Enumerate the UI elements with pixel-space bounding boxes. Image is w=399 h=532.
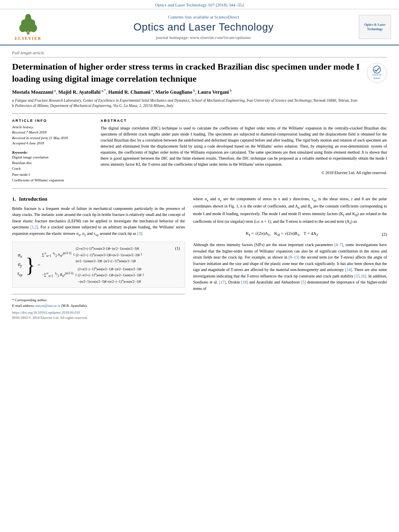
svg-point-8 <box>27 31 29 32</box>
keyword-1: Digital image correlation <box>12 154 93 160</box>
doi-line: https://doi.org/10.1016/j.optlastec.2018… <box>12 310 185 314</box>
right-col-intro: where σx and σy are the components of st… <box>193 196 387 226</box>
keywords-section: Keywords: Digital image correlation Braz… <box>12 150 93 183</box>
info-abstract-section: ARTICLE INFO Article history: Received 7… <box>12 119 387 183</box>
corresponding-note: * Corresponding author. <box>12 298 185 303</box>
eq1-number: (1) <box>175 245 180 252</box>
eq2-content: KI = √(2π)A1, KII = √(2π)B1, T = 4A2 <box>193 231 371 237</box>
left-col: 1. Introduction Brittle fracture is a fr… <box>12 196 185 320</box>
received-date: Received 7 March 2018 <box>12 130 93 136</box>
right-col-para2: Although the stress intensity factors (S… <box>193 242 387 292</box>
journal-title-section: Contents lists available at ScienceDirec… <box>48 14 359 40</box>
article-body: Full length article Determination of hig… <box>0 45 399 320</box>
history-title: Article history: <box>12 125 93 129</box>
right-col: where σx and σy are the components of st… <box>193 196 387 320</box>
affiliations: a Fatigue and Fracture Research Laborato… <box>12 98 387 109</box>
svg-point-7 <box>25 14 31 21</box>
equation-1: (1) σx σy τxy } = <box>12 242 185 288</box>
keyword-5: Coefficients of Williams' expansion <box>12 177 93 183</box>
sciencedirect-link[interactable]: ScienceDirect <box>214 14 239 19</box>
journal-top-bar: Optics and Laser Technology 107 (2018) 3… <box>0 0 399 9</box>
and-word: and <box>249 280 255 284</box>
copyright-line: © 2018 Elsevier Ltd. All rights reserved… <box>101 170 387 175</box>
elsevier-tree-icon <box>16 13 40 35</box>
abstract-label: ABSTRACT <box>101 119 387 123</box>
footnotes-section: * Corresponding author. E-mail address: … <box>12 294 185 320</box>
journal-homepage: journal homepage: www.elsevier.com/locat… <box>48 35 359 40</box>
email-note: E-mail address: mayat@iust.ac.ir (M.R. A… <box>12 303 185 309</box>
keyword-4: Pure mode I <box>12 172 93 177</box>
article-info-label: ARTICLE INFO <box>12 119 93 123</box>
eq2-number: (2) <box>371 232 387 236</box>
logo-right-text: Optics & Laser Technology <box>359 23 391 31</box>
divider-1 <box>12 113 387 114</box>
journal-citation: Optics and Laser Technology 107 (2018) 3… <box>155 2 244 7</box>
elsevier-logo: ELSEVIER <box>15 13 42 41</box>
contents-line: Contents lists available at ScienceDirec… <box>48 14 359 19</box>
svg-point-5 <box>21 19 27 27</box>
email-link[interactable]: mayat@iust.ac.ir <box>35 304 60 308</box>
authors-line: Mostafa Moazzami a, Majid R. Ayatollahi … <box>12 88 387 95</box>
keyword-2: Brazilian disc <box>12 160 93 166</box>
journal-header: ELSEVIER Contents lists available at Sci… <box>0 9 399 45</box>
affiliation-a: a Fatigue and Fracture Research Laborato… <box>12 98 387 103</box>
journal-title: Optics and Laser Technology <box>48 21 359 33</box>
equation-2: KI = √(2π)A1, KII = √(2π)B1, T = 4A2 (2) <box>193 231 387 237</box>
check-updates-badge: Check forupdates <box>367 63 387 83</box>
journal-logo-right: Optics & Laser Technology <box>359 15 391 39</box>
svg-point-6 <box>29 19 35 27</box>
divider-2 <box>12 188 387 189</box>
article-info-col: ARTICLE INFO Article history: Received 7… <box>12 119 93 183</box>
intro-heading: 1. Introduction <box>12 196 185 202</box>
affiliation-b: b Politecnico di Milano, Department of M… <box>12 103 387 109</box>
elsevier-logo-section: ELSEVIER <box>8 13 48 41</box>
accepted-date: Accepted 4 June 2018 <box>12 141 93 146</box>
abstract-col: ABSTRACT The digital image correlation (… <box>101 119 387 183</box>
article-history: Article history: Received 7 March 2018 R… <box>12 125 93 146</box>
keyword-3: Crack <box>12 166 93 171</box>
svg-point-10 <box>373 66 380 73</box>
article-type: Full length article <box>12 45 387 58</box>
keywords-title: Keywords: <box>12 150 93 154</box>
check-updates-icon <box>372 66 382 74</box>
eq1-content: σx σy τxy } = ∑∞n=1 n/2 Anr(n/2-1) { <box>17 245 180 284</box>
abstract-text: The digital image correlation (DIC) tech… <box>101 125 387 167</box>
article-title-section: Determination of higher order stress ter… <box>12 61 387 84</box>
main-content: 1. Introduction Brittle fracture is a fr… <box>12 196 387 320</box>
revised-date: Received in revised form 21 May 2018 <box>12 136 93 141</box>
intro-label: Introduction <box>19 196 47 202</box>
article-title: Determination of higher order stress ter… <box>12 61 361 84</box>
elsevier-text: ELSEVIER <box>15 36 42 41</box>
copyright-footer: 0030-3992/© 2018 Elsevier Ltd. All right… <box>12 316 185 320</box>
intro-para1: Brittle fracture is a frequent mode of f… <box>12 205 185 238</box>
